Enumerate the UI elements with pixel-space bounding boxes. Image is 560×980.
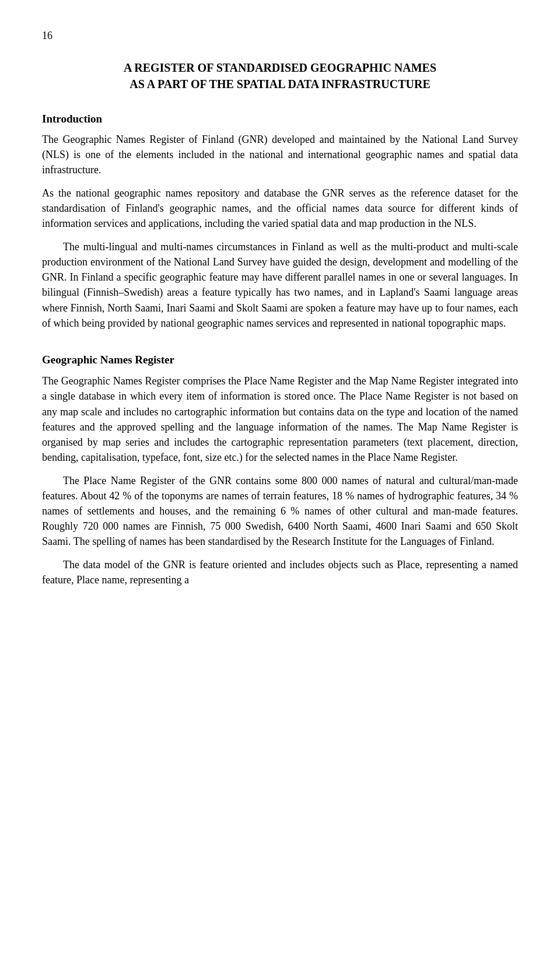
gnr-paragraph3: The data model of the GNR is feature ori… bbox=[42, 557, 518, 587]
page-number: 16 bbox=[42, 28, 518, 43]
title-line1: A REGISTER OF STANDARDISED GEOGRAPHIC NA… bbox=[42, 60, 518, 76]
main-title: A REGISTER OF STANDARDISED GEOGRAPHIC NA… bbox=[42, 60, 518, 92]
gnr-paragraph2: The Place Name Register of the GNR conta… bbox=[42, 473, 518, 549]
intro-paragraph3: The multi-lingual and multi-names circum… bbox=[42, 239, 518, 331]
gnr-heading: Geographic Names Register bbox=[42, 352, 518, 368]
intro-paragraph2: As the national geographic names reposit… bbox=[42, 186, 518, 231]
intro-heading: Introduction bbox=[42, 111, 518, 127]
title-line2: AS A PART OF THE SPATIAL DATA INFRASTRUC… bbox=[42, 76, 518, 92]
gnr-paragraph1: The Geographic Names Register comprises … bbox=[42, 373, 518, 465]
intro-paragraph1: The Geographic Names Register of Finland… bbox=[42, 132, 518, 177]
